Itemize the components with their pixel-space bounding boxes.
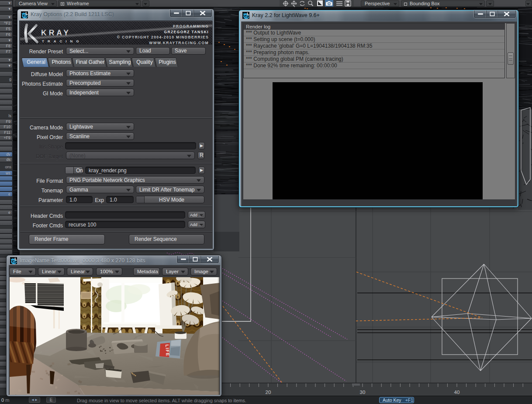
svg-text:30: 30 [360,390,366,395]
svg-text:KRAY: KRAY [41,28,71,37]
svg-text:40: 40 [454,390,460,395]
svg-text:20: 20 [266,390,271,395]
svg-text:LIFE: LIFE [165,344,170,356]
svg-text:TRACING: TRACING [42,39,82,43]
